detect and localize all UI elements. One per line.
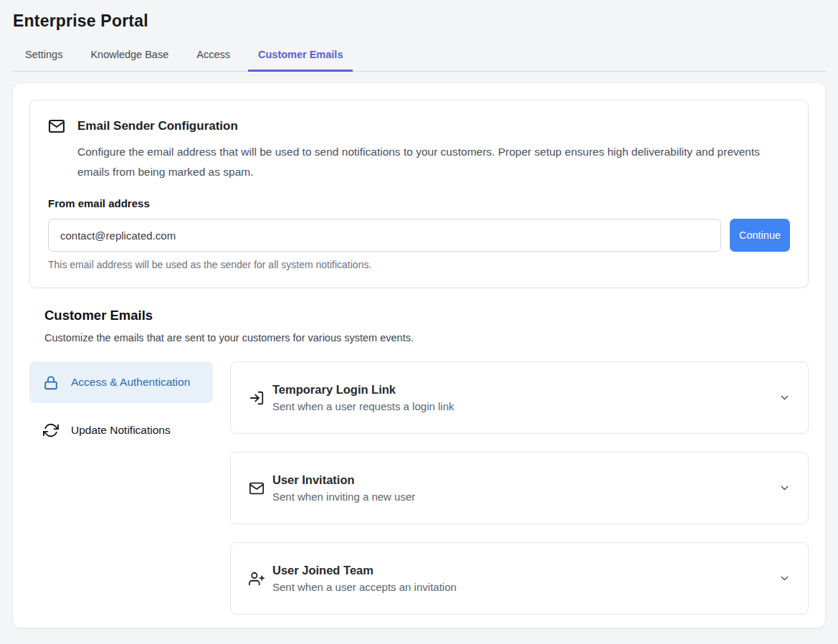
email-card-title: User Invitation — [272, 473, 415, 487]
sender-config-description: Configure the email address that will be… — [77, 142, 779, 182]
refresh-icon — [43, 422, 59, 438]
tab-access[interactable]: Access — [186, 42, 240, 72]
tab-settings[interactable]: Settings — [15, 42, 72, 72]
chevron-down-icon[interactable] — [779, 572, 791, 584]
tab-knowledge-base[interactable]: Knowledge Base — [80, 42, 178, 72]
category-label: Update Notifications — [71, 422, 171, 439]
email-sender-configuration-card: Email Sender Configuration Configure the… — [29, 100, 809, 288]
page-header: Enterprise Portal — [0, 0, 838, 31]
from-email-input[interactable] — [48, 219, 721, 252]
chevron-down-icon[interactable] — [779, 482, 791, 494]
mail-icon — [48, 118, 65, 135]
mail-icon — [249, 480, 265, 496]
category-label: Access & Authentication — [71, 374, 190, 391]
email-card-description: Sent when inviting a new user — [272, 491, 415, 503]
from-email-label: From email address — [48, 197, 790, 209]
chevron-down-icon[interactable] — [779, 392, 791, 404]
email-card-title: Temporary Login Link — [272, 383, 454, 397]
email-category-list: Access & Authentication Update Notificat… — [29, 361, 213, 633]
email-card-title: User Joined Team — [272, 564, 457, 577]
login-icon — [249, 390, 265, 406]
tab-customer-emails[interactable]: Customer Emails — [248, 42, 353, 72]
customer-emails-title: Customer Emails — [44, 308, 809, 323]
category-update-notifications[interactable]: Update Notifications — [29, 412, 213, 449]
from-email-hint: This email address will be used as the s… — [48, 259, 790, 270]
email-card-description: Sent when a user requests a login link — [272, 400, 454, 412]
category-access-authentication[interactable]: Access & Authentication — [29, 361, 213, 403]
sender-config-title: Email Sender Configuration — [77, 119, 238, 133]
email-card-description: Sent when a user accepts an invitation — [272, 581, 457, 593]
email-card-user-joined-team[interactable]: User Joined Team Sent when a user accept… — [230, 542, 809, 615]
email-card-temporary-login-link[interactable]: Temporary Login Link Sent when a user re… — [230, 361, 809, 434]
page-title: Enterprise Portal — [13, 11, 825, 31]
tab-bar: Settings Knowledge Base Access Customer … — [12, 42, 826, 72]
user-plus-icon — [249, 571, 265, 587]
customer-emails-panel: Email Sender Configuration Configure the… — [12, 82, 826, 628]
email-card-user-invitation[interactable]: User Invitation Sent when inviting a new… — [230, 452, 809, 524]
continue-button[interactable]: Continue — [730, 219, 790, 252]
customer-emails-subtitle: Customize the emails that are sent to yo… — [44, 332, 809, 344]
lock-icon — [43, 375, 59, 391]
email-template-list: Temporary Login Link Sent when a user re… — [230, 361, 809, 633]
